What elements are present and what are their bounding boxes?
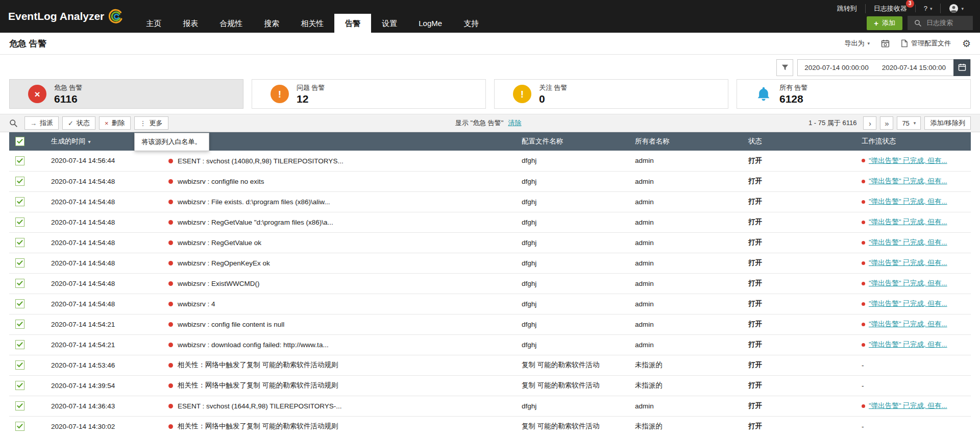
table-row[interactable]: 2020-07-14 14:36:43 ESENT : svchost (164… [9,396,971,416]
table-row[interactable]: 2020-07-14 14:54:48 wwbizsrv : RegGetVal… [9,232,971,253]
row-checkbox[interactable] [15,238,24,247]
workflow-link[interactable]: "弹出告警" 已完成, 但有... [869,259,947,267]
row-checkbox[interactable] [15,217,24,227]
nav-tab-correlation[interactable]: 相关性 [290,14,334,33]
next-page-button[interactable]: › [863,116,876,130]
row-owner: admin [631,396,744,416]
check-icon [17,301,23,306]
row-time: 2020-07-14 14:54:21 [47,314,164,334]
row-checkbox[interactable] [15,197,24,206]
workflow-link[interactable]: "弹出告警" 已完成, 但有... [869,198,947,205]
table-row[interactable]: 2020-07-14 14:30:02 相关性：网络中触发了复制 可能的勒索软件… [9,416,971,436]
table-row[interactable]: 2020-07-14 14:54:48 wwbizsrv : RegGetVal… [9,212,971,232]
add-button[interactable]: + 添加 [867,16,902,30]
table-row[interactable]: 2020-07-14 14:54:48 wwbizsrv : ExistWWCM… [9,273,971,294]
manage-profiles-button[interactable]: 管理配置文件 [901,39,951,48]
row-checkbox[interactable] [15,320,24,329]
whitelist-source-menu-item[interactable]: 将该源列入白名单。 [135,133,209,151]
card-attention-alerts[interactable]: ! 关注 告警 0 [494,79,728,109]
nav-tab-logme[interactable]: LogMe [408,14,453,33]
status-button[interactable]: ✓ 状态 [62,116,95,130]
severity-dot-icon [168,179,173,184]
check-icon [17,179,23,184]
add-remove-columns-button[interactable]: 添加/移除列 [924,116,971,130]
document-icon [901,39,908,47]
card-critical-alerts[interactable]: × 危急 告警 6116 [9,79,243,109]
select-all-checkbox[interactable] [15,137,24,146]
nav-tab-settings[interactable]: 设置 [371,14,408,33]
card-value: 6116 [54,93,83,105]
bell-icon [755,85,772,103]
row-profile: dfghj [518,334,631,355]
filter-button[interactable] [776,59,793,76]
row-message: 相关性：网络中触发了复制 可能的勒索软件活动规则 [178,361,338,369]
export-as-menu[interactable]: 导出为 ▾ [844,39,870,48]
row-checkbox[interactable] [15,299,24,308]
row-checkbox[interactable] [15,381,24,390]
nav-tab-home[interactable]: 主页 [135,14,172,33]
row-checkbox[interactable] [15,340,24,349]
user-menu[interactable]: ▾ [940,4,972,13]
nav-tab-alerts[interactable]: 告警 [334,14,371,33]
workflow-link[interactable]: "弹出告警" 已完成, 但有... [869,157,947,164]
card-all-alerts[interactable]: 所有 告警 6128 [737,79,971,109]
toolbar-left: → 指派 ✓ 状态 × 删除 ⋮ 更多 将该源列入白名单。 [9,116,168,130]
workflow-link[interactable]: "弹出告警" 已完成, 但有... [869,218,947,226]
assign-button[interactable]: → 指派 [24,116,59,130]
severity-dot-icon [168,261,173,265]
nav-tab-reports[interactable]: 报表 [172,14,209,33]
workflow-link[interactable]: "弹出告警" 已完成, 但有... [869,177,947,185]
table-row[interactable]: 2020-07-14 14:54:48 wwbizsrv : 4 dfghj a… [9,294,971,314]
log-receiver-link[interactable]: 日志接收器 3 [865,4,915,13]
delete-button[interactable]: × 删除 [99,116,131,130]
table-row[interactable]: 2020-07-14 14:54:21 wwbizsrv : download … [9,334,971,355]
workflow-link[interactable]: "弹出告警" 已完成, 但有... [869,300,947,307]
workflow-link[interactable]: "弹出告警" 已完成, 但有... [869,279,947,287]
nav-tab-search[interactable]: 搜索 [253,14,290,33]
row-checkbox[interactable] [15,177,24,186]
row-message: wwbizsrv : RegOpenKeyEx ok [178,259,270,267]
nav-tab-support[interactable]: 支持 [453,14,489,33]
table-row[interactable]: 2020-07-14 14:56:44 ESENT : svchost (140… [9,151,971,171]
calendar-button[interactable] [953,59,970,76]
workflow-link[interactable]: "弹出告警" 已完成, 但有... [869,238,947,246]
row-checkbox[interactable] [15,156,24,165]
row-status: 打开 [744,334,857,355]
row-checkbox[interactable] [15,422,24,431]
row-checkbox[interactable] [15,401,24,410]
date-to-value[interactable]: 2020-07-14 15:00:00 [875,64,952,71]
table-row[interactable]: 2020-07-14 14:54:48 wwbizsrv : configfil… [9,171,971,191]
nav-tab-compliance[interactable]: 合规性 [209,14,253,33]
workflow-cell: "弹出告警" 已完成, 但有... [857,212,971,232]
clear-filter-link[interactable]: 清除 [508,118,521,128]
check-icon [17,281,23,286]
more-button[interactable]: ⋮ 更多 [134,116,168,130]
table-row[interactable]: 2020-07-14 14:39:54 相关性：网络中触发了复制 可能的勒索软件… [9,375,971,396]
row-message: wwbizsrv : RegGetValue "d:\program files… [178,219,333,226]
workflow-link[interactable]: "弹出告警" 已完成, 但有... [869,402,947,409]
app-logo[interactable]: EventLog Analyzer [0,0,135,33]
table-row[interactable]: 2020-07-14 14:54:21 wwbizsrv : config fi… [9,314,971,334]
card-trouble-alerts[interactable]: ! 问题 告警 12 [252,79,486,109]
table-row[interactable]: 2020-07-14 14:54:48 wwbizsrv : File exis… [9,191,971,212]
workflow-link[interactable]: "弹出告警" 已完成, 但有... [869,320,947,328]
log-search-box[interactable]: 日志搜索 [908,16,973,30]
row-checkbox[interactable] [15,360,24,370]
page-size-select[interactable]: 75 ▾ [897,116,921,130]
workflow-link[interactable]: "弹出告警" 已完成, 但有... [869,341,947,348]
last-page-button[interactable]: » [880,116,893,130]
page-settings-button[interactable]: ⚙ [962,39,971,49]
table-search-button[interactable] [9,119,18,128]
filter-row: 2020-07-14 00:00:00 2020-07-14 15:00:00 [0,55,980,76]
row-profile: dfghj [518,232,631,253]
row-checkbox[interactable] [15,258,24,268]
row-message: ESENT : svchost (1644,R,98) TILEREPOSITO… [178,402,342,410]
date-from-value[interactable]: 2020-07-14 00:00:00 [798,64,875,71]
schedule-report-button[interactable] [881,39,890,48]
table-row[interactable]: 2020-07-14 14:53:46 相关性：网络中触发了复制 可能的勒索软件… [9,355,971,375]
help-menu[interactable]: ?▾ [915,5,941,12]
table-row[interactable]: 2020-07-14 14:54:48 wwbizsrv : RegOpenKe… [9,253,971,273]
jump-to-link[interactable]: 跳转到 [829,4,865,13]
row-owner: admin [631,253,744,273]
row-checkbox[interactable] [15,279,24,288]
